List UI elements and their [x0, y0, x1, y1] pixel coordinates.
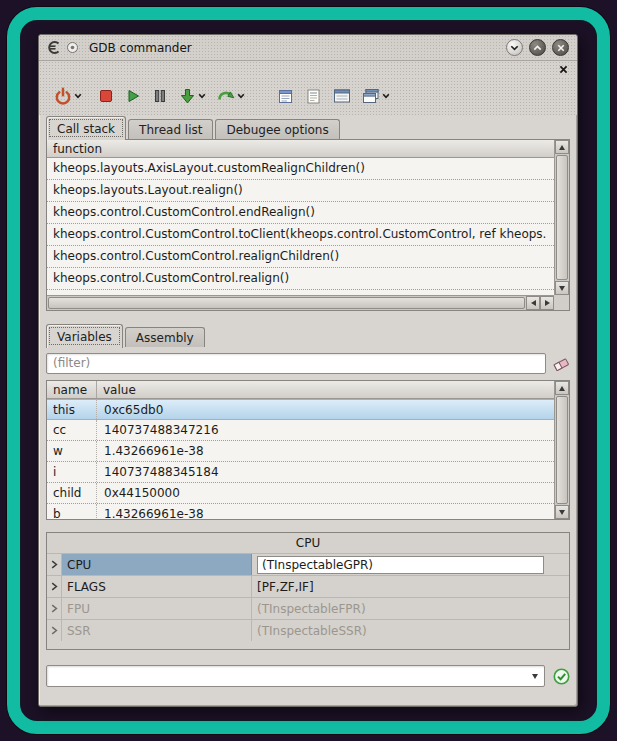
- scrollbar-corner: [554, 295, 569, 310]
- expander[interactable]: [47, 554, 62, 575]
- variable-row[interactable]: w 1.43266961e-38: [47, 441, 554, 462]
- register-group-name[interactable]: SSR: [62, 620, 252, 641]
- variable-row[interactable]: cc 140737488347216: [47, 420, 554, 441]
- cpu-register-row[interactable]: FPU (TInspectableFPR): [47, 597, 569, 619]
- variable-value: 140737488345184: [97, 462, 554, 482]
- scrollbar-thumb[interactable]: [556, 396, 568, 504]
- horizontal-scrollbar[interactable]: [47, 295, 554, 310]
- run-button[interactable]: [122, 86, 144, 106]
- window-list-button[interactable]: [359, 86, 393, 106]
- close-button[interactable]: [552, 39, 569, 56]
- stop-button[interactable]: [95, 86, 117, 106]
- scroll-down-button[interactable]: [555, 505, 569, 519]
- expander[interactable]: [47, 620, 62, 641]
- maximize-button[interactable]: [529, 39, 546, 56]
- stop-icon: [98, 88, 114, 104]
- arrow-right-icon: [545, 300, 550, 306]
- minimize-button[interactable]: [506, 39, 523, 56]
- app-icon: [47, 40, 62, 55]
- register-group-value: [PF,ZF,IF]: [252, 576, 569, 597]
- variable-value: 140737488347216: [97, 420, 554, 440]
- scroll-up-button[interactable]: [555, 140, 569, 154]
- run-icon: [125, 88, 141, 104]
- pause-button[interactable]: [149, 86, 171, 106]
- power-icon: [54, 87, 72, 105]
- window-title: GDB commander: [89, 41, 192, 55]
- scroll-down-button[interactable]: [555, 281, 569, 295]
- cpu-register-row[interactable]: CPU (TInspectableGPR): [47, 553, 569, 575]
- variable-row[interactable]: i 140737488345184: [47, 462, 554, 483]
- power-button[interactable]: [51, 85, 85, 107]
- scroll-left-button[interactable]: [526, 296, 540, 310]
- variable-value: 1.43266961e-38: [97, 504, 554, 519]
- dropdown-chevron-icon[interactable]: [198, 93, 206, 99]
- vertical-scrollbar[interactable]: [554, 381, 569, 519]
- call-stack-header: function: [47, 140, 554, 158]
- expander[interactable]: [47, 576, 62, 597]
- call-stack-row[interactable]: kheops.layouts.AxisLayout.customRealignC…: [47, 158, 554, 180]
- watch-list-button[interactable]: [274, 86, 297, 107]
- tab-thread-list[interactable]: Thread list: [128, 119, 213, 139]
- call-stack-row[interactable]: kheops.layouts.Layout.realign(): [47, 180, 554, 202]
- chevron-down-icon: [510, 45, 519, 51]
- tab-call-stack[interactable]: Call stack: [46, 116, 126, 140]
- log-button[interactable]: [302, 86, 325, 107]
- variable-name: i: [47, 462, 97, 482]
- pause-icon: [152, 88, 168, 104]
- dropdown-chevron-icon[interactable]: [382, 93, 390, 99]
- command-combobox[interactable]: [46, 665, 545, 687]
- scroll-up-button[interactable]: [555, 381, 569, 395]
- variable-value: 1.43266961e-38: [97, 441, 554, 461]
- close-icon: [559, 65, 568, 74]
- arrow-down-icon: [559, 286, 565, 291]
- call-stack-row[interactable]: kheops.control.CustomControl.realignChil…: [47, 246, 554, 268]
- memory-view-button[interactable]: [330, 86, 354, 106]
- expander[interactable]: [47, 598, 62, 619]
- variable-row[interactable]: this 0xc65db0: [47, 399, 554, 420]
- watch-list-icon: [277, 88, 294, 105]
- cpu-register-row[interactable]: FLAGS [PF,ZF,IF]: [47, 575, 569, 597]
- dock-header: [39, 61, 577, 77]
- register-value-editbox[interactable]: (TInspectableGPR): [257, 556, 544, 574]
- register-group-name[interactable]: FLAGS: [62, 576, 252, 597]
- scrollbar-thumb[interactable]: [48, 297, 525, 309]
- call-stack-row[interactable]: kheops.control.CustomControl.realign(): [47, 268, 554, 290]
- step-over-icon: [217, 88, 235, 104]
- step-over-button[interactable]: [214, 86, 248, 106]
- dropdown-chevron-icon[interactable]: [74, 93, 82, 99]
- tab-variables[interactable]: Variables: [46, 324, 123, 348]
- dropdown-chevron-icon[interactable]: [237, 93, 245, 99]
- title-bar[interactable]: GDB commander: [39, 35, 577, 61]
- clear-filter-button[interactable]: [553, 356, 570, 371]
- arrow-down-icon: [559, 510, 565, 515]
- column-header-name[interactable]: name: [47, 381, 97, 398]
- chevron-right-icon: [51, 604, 58, 613]
- step-into-icon: [179, 88, 196, 105]
- confirm-button[interactable]: [553, 668, 570, 685]
- variable-name: child: [47, 483, 97, 503]
- column-header-value[interactable]: value: [97, 381, 136, 398]
- vertical-scrollbar[interactable]: [554, 140, 569, 295]
- log-icon: [305, 88, 322, 105]
- dock-close-button[interactable]: [559, 65, 568, 74]
- tab-assembly[interactable]: Assembly: [125, 327, 205, 347]
- call-stack-row[interactable]: kheops.control.CustomControl.endRealign(…: [47, 202, 554, 224]
- tab-debugee-options[interactable]: Debugee options: [215, 119, 339, 139]
- scrollbar-thumb[interactable]: [556, 155, 568, 280]
- variable-row[interactable]: child 0x44150000: [47, 483, 554, 504]
- cpu-register-row[interactable]: SSR (TInspectableSSR): [47, 619, 569, 641]
- close-icon: [557, 44, 565, 52]
- scroll-right-button[interactable]: [540, 296, 554, 310]
- call-stack-row[interactable]: kheops.control.CustomControl.toClient(kh…: [47, 224, 554, 246]
- combo-dropdown-button[interactable]: [526, 666, 544, 686]
- variable-row[interactable]: b 1.43266961e-38: [47, 504, 554, 519]
- column-header-function[interactable]: function: [47, 140, 102, 157]
- step-into-button[interactable]: [176, 86, 209, 107]
- eraser-icon: [553, 356, 570, 371]
- register-group-name[interactable]: FPU: [62, 598, 252, 619]
- chevron-right-icon: [51, 582, 58, 591]
- variable-name: cc: [47, 420, 97, 440]
- filter-input[interactable]: [46, 353, 546, 374]
- register-group-name[interactable]: CPU: [62, 554, 252, 575]
- badge-icon: [66, 41, 79, 54]
